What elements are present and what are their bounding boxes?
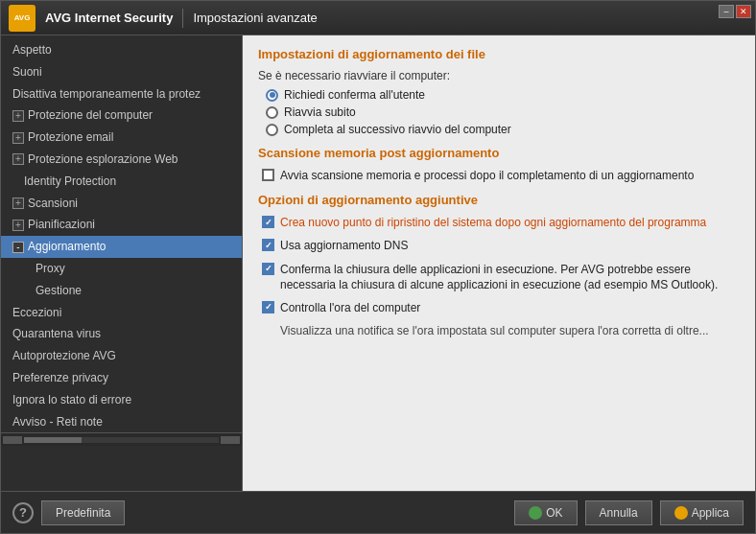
sidebar-label-quarantena: Quarantena virus (12, 326, 101, 342)
dialog-title: Impostazioni avanzate (193, 11, 317, 25)
sidebar-item-avviso[interactable]: Avviso - Reti note (1, 411, 242, 433)
apply-button[interactable]: Applica (660, 500, 744, 525)
sidebar-item-identity-protection[interactable]: Identity Protection (1, 171, 242, 193)
checkbox-box-close-apps[interactable] (262, 263, 274, 275)
section-title-memory-scan: Scansione memoria post aggiornamento (258, 146, 740, 160)
sidebar-item-eccezioni[interactable]: Eccezioni (1, 302, 242, 324)
sidebar-item-disattiva[interactable]: Disattiva temporaneamente la protez (1, 83, 242, 105)
sidebar-label-disattiva: Disattiva temporaneamente la protez (12, 86, 201, 103)
time-check-note: Visualizza una notifica se l'ora imposta… (280, 323, 740, 338)
sidebar-item-autoprotezione[interactable]: Autoprotezione AVG (1, 345, 242, 367)
sidebar-label-preferenze: Preferenze privacy (12, 370, 108, 386)
checkbox-label-time-check: Controlla l'ora del computer (280, 300, 740, 315)
sidebar-label-identity-protection: Identity Protection (24, 174, 116, 190)
checkbox-group-memory: Avvia scansione memoria e processi dopo … (262, 168, 740, 183)
sidebar-item-ignora[interactable]: Ignora lo stato di errore (1, 389, 242, 411)
sidebar-item-protezione-web[interactable]: + Protezione esplorazione Web (1, 149, 242, 171)
scroll-right-btn[interactable] (221, 436, 240, 444)
sidebar-item-proxy[interactable]: Proxy (1, 258, 242, 280)
radio-circle-confirm[interactable] (266, 89, 278, 102)
checkbox-item-restore-point[interactable]: Crea nuovo punto di ripristino del siste… (262, 215, 740, 230)
cancel-label: Annulla (600, 506, 638, 520)
bottom-bar: ? Predefinita OK Annulla Applica (1, 491, 755, 533)
sidebar-label-scansioni: Scansioni (28, 196, 78, 212)
radio-circle-complete[interactable] (266, 124, 278, 136)
radio-item-complete[interactable]: Completa al successivo riavvio del compu… (266, 123, 740, 136)
radio-group-restart: Richiedi conferma all'utente Riavvia sub… (266, 88, 740, 136)
sidebar-item-pianificazioni[interactable]: + Pianificazioni (1, 214, 242, 236)
sidebar-label-gestione: Gestione (35, 283, 82, 299)
section-title-extra: Opzioni di aggiornamento aggiuntive (258, 193, 740, 207)
sidebar-item-protezione-computer[interactable]: + Protezione del computer (1, 104, 242, 127)
ok-button[interactable]: OK (514, 500, 577, 525)
section-file-update: Impostazioni di aggiornamento dei file S… (258, 47, 740, 136)
sidebar-item-aspetto[interactable]: Aspetto (1, 39, 242, 61)
right-panel: Impostazioni di aggiornamento dei file S… (243, 35, 755, 491)
close-button[interactable]: ✕ (736, 5, 751, 18)
checkbox-group-extra: Crea nuovo punto di ripristino del siste… (262, 215, 740, 338)
sidebar-label-autoprotezione: Autoprotezione AVG (12, 348, 116, 364)
checkbox-box-restore-point[interactable] (262, 216, 274, 228)
section-title-file-update: Impostazioni di aggiornamento dei file (258, 47, 740, 61)
cancel-button[interactable]: Annulla (585, 500, 652, 525)
main-window: AVG AVG Internet Security Impostazioni a… (0, 0, 756, 534)
radio-item-restart[interactable]: Riavvia subito (266, 105, 740, 119)
sidebar-label-protezione-computer: Protezione del computer (28, 107, 153, 124)
main-content-area: Aspetto Suoni Disattiva temporaneamente … (1, 35, 755, 491)
checkbox-item-dns[interactable]: Usa aggiornamento DNS (262, 238, 740, 253)
expand-icon-protezione-email: + (12, 132, 24, 144)
expand-icon-protezione-computer: + (12, 110, 24, 122)
ok-icon (529, 506, 542, 520)
expand-icon-pianificazioni: + (12, 220, 24, 231)
subtitle-restart: Se è necessario riavviare il computer: (258, 69, 740, 82)
avg-logo-icon: AVG (9, 5, 35, 32)
sidebar-item-quarantena[interactable]: Quarantena virus (1, 323, 242, 345)
checkbox-label-dns: Usa aggiornamento DNS (280, 238, 740, 253)
sidebar-label-pianificazioni: Pianificazioni (28, 217, 95, 233)
hscroll-thumb[interactable] (24, 437, 82, 443)
sidebar-item-scansioni[interactable]: + Scansioni (1, 193, 242, 215)
sidebar-label-proxy: Proxy (35, 261, 65, 277)
checkbox-item-time-check[interactable]: Controlla l'ora del computer (262, 300, 740, 315)
sidebar-item-aggiornamento[interactable]: - Aggiornamento (1, 236, 242, 258)
scroll-left-btn[interactable] (3, 436, 22, 444)
apply-icon (674, 506, 688, 520)
checkbox-box-time-check[interactable] (262, 301, 274, 313)
section-extra-options: Opzioni di aggiornamento aggiuntive Crea… (258, 193, 740, 338)
checkbox-label-restore-point: Crea nuovo punto di ripristino del siste… (280, 215, 740, 230)
ok-label: OK (546, 506, 562, 520)
radio-item-confirm[interactable]: Richiedi conferma all'utente (266, 88, 740, 102)
radio-circle-restart[interactable] (266, 106, 278, 119)
sidebar-item-protezione-email[interactable]: + Protezione email (1, 127, 242, 149)
sidebar: Aspetto Suoni Disattiva temporaneamente … (1, 35, 243, 491)
sidebar-label-aggiornamento: Aggiornamento (28, 239, 106, 255)
sidebar-item-suoni[interactable]: Suoni (1, 61, 242, 83)
predefined-button[interactable]: Predefinita (41, 500, 125, 525)
settings-content: Impostazioni di aggiornamento dei file S… (243, 35, 755, 491)
checkbox-item-close-apps[interactable]: Conferma la chiusura delle applicazioni … (262, 262, 740, 292)
sidebar-hscroll-area (1, 432, 242, 446)
checkbox-label-close-apps: Conferma la chiusura delle applicazioni … (280, 262, 740, 292)
checkbox-item-memory-scan[interactable]: Avvia scansione memoria e processi dopo … (262, 168, 740, 183)
checkbox-box-memory-scan[interactable] (262, 169, 274, 181)
sidebar-label-protezione-email: Protezione email (28, 129, 113, 146)
sidebar-item-preferenze[interactable]: Preferenze privacy (1, 367, 242, 389)
minimize-button[interactable]: – (719, 5, 734, 18)
app-logo-area: AVG AVG Internet Security (9, 5, 173, 32)
radio-label-restart: Riavvia subito (284, 105, 356, 119)
help-button[interactable]: ? (12, 502, 34, 523)
apply-label: Applica (692, 506, 729, 520)
radio-label-confirm: Richiedi conferma all'utente (284, 88, 425, 102)
sidebar-label-eccezioni: Eccezioni (12, 305, 61, 321)
sidebar-label-suoni: Suoni (12, 64, 42, 81)
section-memory-scan: Scansione memoria post aggiornamento Avv… (258, 146, 740, 183)
window-controls: – ✕ (719, 5, 751, 18)
sidebar-label-aspetto: Aspetto (12, 42, 52, 58)
title-bar: AVG AVG Internet Security Impostazioni a… (1, 1, 755, 35)
checkbox-box-dns[interactable] (262, 239, 274, 251)
app-name-label: AVG Internet Security (45, 11, 173, 25)
sidebar-label-protezione-web: Protezione esplorazione Web (28, 151, 178, 168)
hscroll-track (24, 437, 219, 443)
sidebar-item-gestione[interactable]: Gestione (1, 280, 242, 302)
expand-icon-protezione-web: + (12, 153, 24, 165)
